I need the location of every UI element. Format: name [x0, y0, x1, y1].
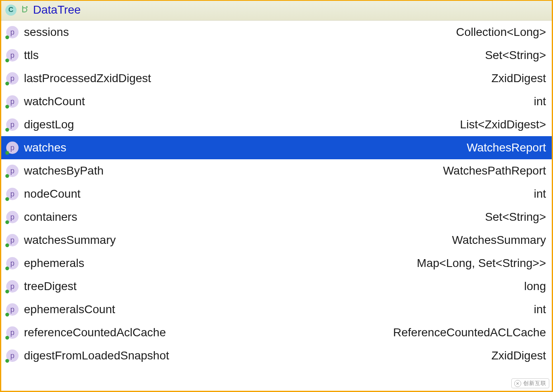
member-type: ZxidDigest — [492, 349, 546, 362]
class-name: DataTree — [33, 3, 81, 17]
member-row-left: pephemeralsCount — [6, 303, 115, 316]
watermark-logo-icon: ✕ — [514, 380, 521, 387]
member-type: int — [534, 187, 546, 201]
member-row-left: pdigestFromLoadedSnapshot — [6, 349, 169, 362]
member-name: watchesSummary — [24, 234, 116, 247]
member-row-left: pdigestLog — [6, 118, 74, 131]
member-row-left: pwatches — [6, 141, 66, 154]
member-row[interactable]: pwatchesSummaryWatchesSummary — [1, 229, 552, 252]
member-type: WatchesPathReport — [443, 164, 546, 177]
member-row[interactable]: pwatchesWatchesReport — [1, 136, 552, 159]
member-row[interactable]: plastProcessedZxidDigestZxidDigest — [1, 67, 552, 90]
member-name: ephemerals — [24, 257, 84, 270]
member-type: long — [524, 280, 546, 293]
member-row[interactable]: preferenceCountedAclCacheReferenceCounte… — [1, 321, 552, 344]
member-name: sessions — [24, 26, 69, 39]
svg-point-0 — [26, 6, 28, 8]
member-name: lastProcessedZxidDigest — [24, 72, 151, 85]
member-type: Set<String> — [485, 210, 546, 224]
member-name: referenceCountedAclCache — [24, 326, 166, 339]
property-icon: p — [6, 234, 19, 246]
property-icon: p — [6, 326, 19, 339]
member-row[interactable]: pwatchesByPathWatchesPathReport — [1, 159, 552, 182]
member-row[interactable]: pnodeCountint — [1, 182, 552, 205]
member-row[interactable]: pephemeralsMap<Long, Set<String>> — [1, 252, 552, 275]
member-type: ReferenceCountedACLCache — [393, 326, 546, 339]
member-name: watchCount — [24, 95, 85, 108]
property-icon: p — [6, 49, 19, 61]
member-row-left: pwatchCount — [6, 95, 85, 108]
member-row-left: pnodeCount — [6, 187, 80, 201]
member-type: int — [534, 303, 546, 316]
member-row-left: pttls — [6, 49, 39, 62]
property-icon: p — [6, 95, 19, 108]
member-row-left: ptreeDigest — [6, 280, 77, 293]
member-row[interactable]: psessionsCollection<Long> — [1, 21, 552, 44]
property-icon: p — [6, 349, 19, 362]
member-name: containers — [24, 210, 77, 224]
property-icon: p — [6, 165, 19, 177]
member-row[interactable]: pcontainersSet<String> — [1, 205, 552, 229]
member-type: Collection<Long> — [456, 26, 546, 39]
member-row[interactable]: pwatchCountint — [1, 90, 552, 113]
member-row-left: psessions — [6, 26, 69, 39]
property-icon: p — [6, 257, 19, 269]
member-row-left: preferenceCountedAclCache — [6, 326, 166, 339]
member-row[interactable]: pephemeralsCountint — [1, 298, 552, 321]
member-row[interactable]: ptreeDigestlong — [1, 275, 552, 298]
property-icon: p — [6, 118, 19, 131]
member-type: WatchesSummary — [452, 234, 546, 247]
member-name: watches — [24, 141, 66, 154]
member-list[interactable]: psessionsCollection<Long>pttlsSet<String… — [1, 21, 552, 391]
watermark: ✕ 创新互联 — [511, 378, 549, 388]
member-row-left: pwatchesSummary — [6, 234, 116, 247]
package-local-icon — [20, 5, 29, 15]
member-row[interactable]: pdigestLogList<ZxidDigest> — [1, 113, 552, 136]
watermark-text: 创新互联 — [523, 380, 546, 387]
property-icon: p — [6, 280, 19, 293]
member-type: List<ZxidDigest> — [460, 118, 546, 131]
member-row[interactable]: pttlsSet<String> — [1, 44, 552, 67]
member-name: nodeCount — [24, 187, 80, 201]
member-type: ZxidDigest — [492, 72, 546, 85]
class-structure-panel: C DataTree psessionsCollection<Long>pttl… — [0, 0, 553, 392]
property-icon: p — [6, 188, 19, 200]
member-name: treeDigest — [24, 280, 77, 293]
member-row-left: plastProcessedZxidDigest — [6, 72, 151, 85]
member-type: Map<Long, Set<String>> — [417, 257, 546, 270]
member-row[interactable]: pdigestFromLoadedSnapshotZxidDigest — [1, 344, 552, 367]
class-icon: C — [5, 5, 17, 16]
member-type: Set<String> — [485, 49, 546, 62]
property-icon: p — [6, 26, 19, 38]
member-name: ttls — [24, 49, 39, 62]
member-row-left: pcontainers — [6, 210, 77, 224]
member-name: watchesByPath — [24, 164, 104, 177]
member-type: int — [534, 95, 546, 108]
property-icon: p — [6, 211, 19, 223]
class-header[interactable]: C DataTree — [1, 1, 552, 21]
member-row-left: pephemerals — [6, 257, 84, 270]
member-row-left: pwatchesByPath — [6, 164, 104, 177]
property-icon: p — [6, 72, 19, 85]
member-name: ephemeralsCount — [24, 303, 115, 316]
member-name: digestFromLoadedSnapshot — [24, 349, 169, 362]
member-type: WatchesReport — [467, 141, 546, 154]
member-name: digestLog — [24, 118, 74, 131]
property-icon: p — [6, 303, 19, 316]
property-icon: p — [6, 142, 19, 154]
